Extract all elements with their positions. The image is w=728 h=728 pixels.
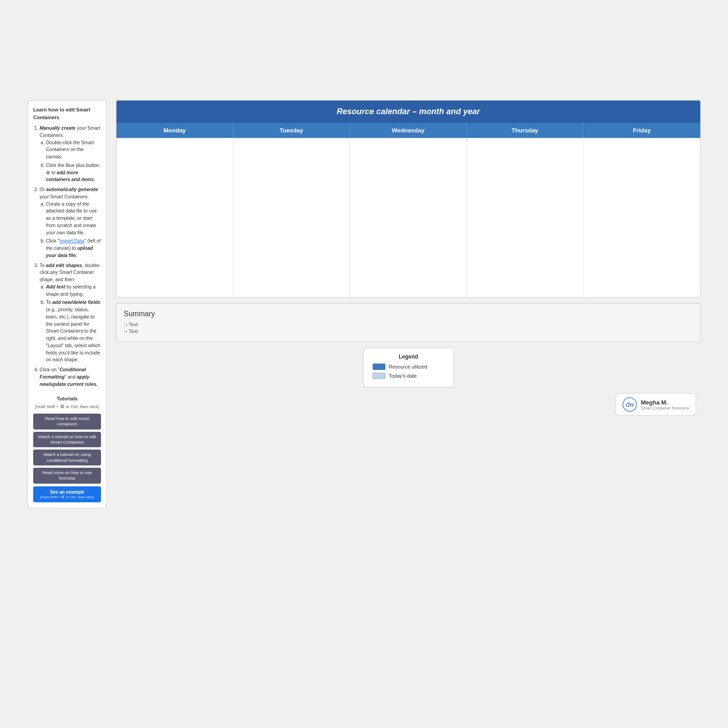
tutorial-btn-1[interactable]: Read how to edit smart containers	[33, 414, 101, 430]
step1b: Click the blue plus button ⊕ to add more…	[46, 162, 101, 183]
legend-box: Legend Resource utilized Today's date	[363, 348, 454, 388]
day-cell-monday	[116, 138, 233, 297]
step1-subitems: Double-click the Smart Containers on the…	[40, 139, 101, 184]
step1a: Double-click the Smart Containers on the…	[46, 139, 101, 161]
legend-label-resource: Resource utilized	[389, 364, 427, 369]
see-example-button[interactable]: See an example (Hold Shift + ⌘ or Ctrl, …	[33, 486, 101, 502]
instructions-title: Learn how to edit Smart Containers	[33, 106, 101, 121]
step2-label: automatically generate	[46, 187, 98, 192]
legend-title: Legend	[373, 354, 445, 360]
main-content: Resource calendar – month and year Monda…	[116, 100, 701, 416]
legend-item-resource: Resource utilized	[373, 364, 445, 370]
bottom-area: dw Megha M. Smart Container Resource	[116, 393, 701, 416]
instruction-step-3: To add edit shapes, double-click any Sma…	[40, 262, 101, 364]
day-cell-wednesday	[350, 138, 467, 297]
tutorials-section: Tutorials (Hold Shift + ⌘ or Ctrl, then …	[33, 395, 101, 502]
left-instructions-panel: Learn how to edit Smart Containers Manua…	[27, 100, 107, 508]
logo-sub: Smart Container Resource	[641, 406, 689, 410]
logo-text-group: Megha M. Smart Container Resource	[641, 399, 689, 410]
day-cell-friday	[583, 138, 700, 297]
summary-list: Text Text	[124, 322, 693, 334]
summary-item-1: Text	[126, 322, 693, 327]
step1-label: Manually create	[40, 125, 76, 131]
summary-title: Summary	[124, 310, 693, 318]
instructions-list: Manually create your Smart Containers: D…	[33, 125, 101, 388]
see-example-sublabel: (Hold Shift + ⌘ or Ctrl, then click)	[37, 495, 97, 500]
step2a: Create a copy of the attached data file …	[46, 201, 101, 237]
legend-color-resource	[373, 364, 385, 370]
step3a: Add text by selecting a shape and typing…	[46, 283, 101, 298]
legend-label-today: Today's date	[389, 373, 417, 379]
tutorial-btn-4[interactable]: Read more on how to use formulas	[33, 468, 101, 484]
logo-name: Megha M.	[641, 399, 689, 406]
day-header-friday: Friday	[583, 123, 700, 138]
tutorials-subtitle: (Hold Shift + ⌘ or Ctrl, then click)	[33, 404, 101, 410]
instruction-step-4: Click on "Conditional Formatting" and ap…	[40, 366, 101, 388]
calendar-container: Resource calendar – month and year Monda…	[116, 100, 701, 298]
summary-container: Summary Text Text	[116, 303, 701, 342]
instruction-step-2: Or automatically generate your Smart Con…	[40, 186, 101, 259]
legend-item-today: Today's date	[373, 373, 445, 379]
logo-icon: dw	[622, 397, 637, 412]
see-example-label: See an example	[50, 490, 84, 495]
day-header-monday: Monday	[116, 123, 233, 138]
summary-item-2: Text	[126, 329, 693, 334]
day-header-thursday: Thursday	[467, 123, 584, 138]
day-cell-thursday	[467, 138, 584, 297]
step2b: Click "Import Data" (left of the canvas)…	[46, 238, 101, 259]
day-header-wednesday: Wednesday	[350, 123, 467, 138]
logo-box: dw Megha M. Smart Container Resource	[616, 393, 696, 416]
tutorial-btn-3[interactable]: Watch a tutorial on using conditional fo…	[33, 450, 101, 465]
legend-area: Legend Resource utilized Today's date	[116, 348, 701, 388]
calendar-title: Resource calendar – month and year	[116, 101, 700, 123]
day-cell-tuesday	[233, 138, 350, 297]
day-header-tuesday: Tuesday	[233, 123, 350, 138]
tutorials-title: Tutorials	[33, 395, 101, 403]
step2-subitems: Create a copy of the attached data file …	[40, 201, 101, 259]
tutorial-btn-2[interactable]: Watch a tutorial on how to edit Smart Co…	[33, 432, 101, 448]
step3b: To add new/delete fields (e.g., priority…	[46, 299, 101, 364]
calendar-body	[116, 138, 700, 297]
legend-color-today	[373, 373, 385, 379]
instruction-step-1: Manually create your Smart Containers: D…	[40, 125, 101, 183]
step3-subitems: Add text by selecting a shape and typing…	[40, 283, 101, 364]
calendar-days-header: Monday Tuesday Wednesday Thursday Friday	[116, 123, 700, 138]
